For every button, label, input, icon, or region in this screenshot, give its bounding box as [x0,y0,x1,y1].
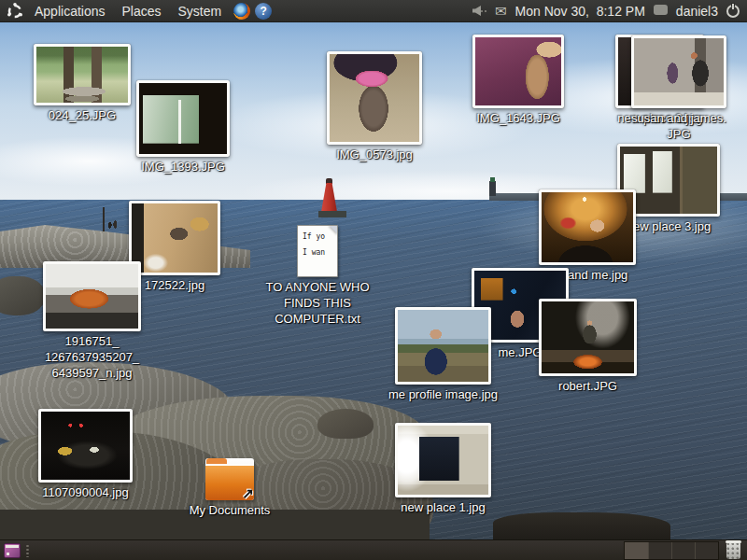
icon-label: My Documents [160,502,300,518]
wallpaper-rocks [0,276,45,315]
workspace-switcher [624,541,719,560]
photo-thumbnail [539,189,636,265]
clock-applet[interactable]: Mon Nov 30, 8:12 PM [515,4,645,19]
desktop-icon-024-25-jpg[interactable]: 024_25.JPG [34,44,131,105]
icon-label: me profile image.jpg [364,386,523,402]
firefox-launcher-icon[interactable] [233,3,250,20]
icon-label: new place 1.jpg [374,499,514,515]
photo-thumbnail [631,35,726,108]
desktop-icon-172522-jpg[interactable]: 172522.jpg [129,201,220,275]
thumbnail-image [46,264,138,329]
icon-label: IMG_0573.jpg [304,147,444,162]
thumbnail-image [634,38,724,105]
menu-system[interactable]: System [171,2,230,21]
icon-label: 1916751_ 1267637935207_ 6439597_n.jpg [22,333,162,381]
icon-label: 1107090004.jpg [16,484,156,500]
icon-label: susan and james. JPG [609,110,747,142]
icon-label: IMG_1393.JPG [113,159,253,175]
thumbnail-image [41,412,130,480]
workspace-2[interactable] [648,542,671,559]
icon-label: IMG_1643.JPG [448,110,588,126]
workspace-4[interactable] [695,542,718,559]
volume-icon[interactable] [472,5,486,17]
menu-applications[interactable]: Applications [27,2,113,21]
photo-thumbnail [34,44,131,105]
desktop-icon-rob-and-me-jpg[interactable]: rob and me.jpg [539,189,636,265]
photo-thumbnail [38,409,133,483]
wallpaper-beacon [489,181,496,196]
desktop-icon-robert-jpg[interactable]: robert.JPG [539,299,637,376]
icon-label: robert.JPG [518,378,658,394]
thumbnail-image [542,192,633,262]
photo-thumbnail [395,307,491,385]
username-label[interactable]: daniel3 [676,4,718,19]
photo-thumbnail [136,80,230,157]
wallpaper-people [107,218,118,231]
mail-icon[interactable]: ✉ [495,5,507,17]
photo-thumbnail [395,423,491,497]
thumbnail-image [475,37,561,105]
thumbnail-image [330,54,419,142]
wallpaper-lighthouse [318,178,346,217]
top-panel: Applications Places System ? ✉ Mon Nov 3… [0,0,747,22]
photo-thumbnail [327,51,422,145]
thumbnail-image [132,203,218,273]
photo-thumbnail [129,201,220,275]
wallpaper-rocks-bottom [493,512,670,542]
desktop-icon-img-1643-jpg[interactable]: IMG_1643.JPG [472,35,564,108]
desktop-icon-img-0573-jpg[interactable]: IMG_0573.jpg [327,51,422,145]
user-status-bubble-icon[interactable] [654,5,668,15]
thumbnail-image [36,47,128,103]
file-preview-line: I wan [303,248,325,257]
wallpaper-pole [103,207,105,231]
distributor-logo-icon[interactable] [6,2,23,20]
thumbnail-image [398,310,488,382]
photo-thumbnail [43,261,141,331]
icon-label: TO ANYONE WHO FINDS THIS COMPUTER.txt [260,279,375,327]
desktop-icon-me-profile-image-jpg[interactable]: me profile image.jpg [395,307,491,385]
power-icon[interactable] [726,5,740,18]
desktop-icon-img-1393-jpg[interactable]: IMG_1393.JPG [136,80,230,157]
workspace-1[interactable] [625,542,648,559]
desktop-icon-my-documents[interactable]: ↗ My Documents [205,458,254,500]
desktop-icon-computer-note-txt[interactable]: If yo I wan TO ANYONE WHO FINDS THIS COM… [297,225,338,277]
help-launcher-icon[interactable]: ? [255,3,272,20]
menu-places[interactable]: Places [115,2,169,21]
file-preview-line: If yo [303,232,325,241]
photo-thumbnail [472,35,564,108]
wallpaper-boulder [317,409,374,439]
photo-thumbnail [539,299,637,376]
folder-icon: ↗ [205,458,254,500]
text-file-icon: If yo I wan [297,225,338,277]
thumbnail-image [398,426,488,495]
trash-icon[interactable] [726,542,740,559]
desktop-icon-new-place-1-jpg[interactable]: new place 1.jpg [395,423,491,497]
thumbnail-image [542,301,634,373]
show-desktop-button[interactable] [4,543,21,558]
desktop-icon-1916751-jpg[interactable]: 1916751_ 1267637935207_ 6439597_n.jpg [43,261,141,331]
bottom-panel [0,539,747,560]
desktop-icon-1107090004-jpg[interactable]: 1107090004.jpg [38,409,133,483]
desktop-icon-susan-and-james-jpg[interactable]: susan and james. JPG [631,35,726,108]
workspace-3[interactable] [671,542,695,559]
symlink-arrow-icon: ↗ [242,485,254,502]
thumbnail-image [139,83,227,154]
panel-grip-handle[interactable] [25,544,31,557]
icon-label: 024_25.JPG [12,107,152,123]
